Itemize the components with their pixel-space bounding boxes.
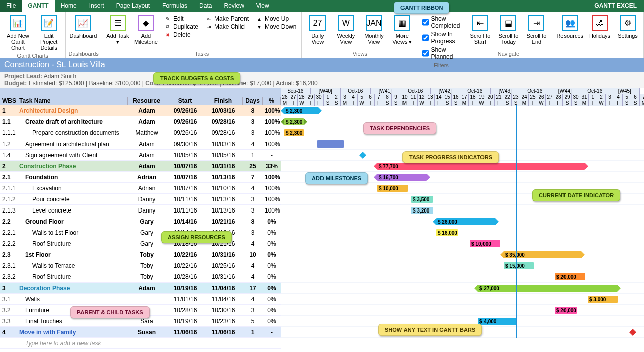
menu-home[interactable]: Home [55, 0, 83, 12]
milestone-diamond[interactable] [359, 152, 366, 159]
cell-task[interactable]: Excavation [17, 184, 128, 192]
col-task[interactable]: Task Name [17, 97, 128, 105]
cell-finish[interactable]: 10/13/16 [204, 195, 243, 203]
move-up-button[interactable]: ▲Move Up [256, 15, 296, 22]
menu-insert[interactable]: Insert [83, 0, 110, 12]
table-row[interactable]: 2.2.2 Roof Structure Gary 10/18/16 10/21… [0, 238, 281, 249]
cell-task[interactable]: Move in with Family [17, 328, 128, 336]
gantt-bar[interactable]: $ 16,700 [377, 174, 427, 181]
scroll-to-today-button[interactable]: ⬓Scroll to Today [496, 14, 521, 46]
add-new-gantt-chart-button[interactable]: 📊Add New Gantt Chart [3, 14, 33, 52]
table-row[interactable]: 1.1 Create draft of architecture Adam 09… [0, 116, 281, 127]
gantt-bar[interactable]: $ 2,300 [284, 107, 318, 114]
cell-resource[interactable]: Adam [128, 140, 166, 148]
cell-start[interactable]: 09/26/16 [166, 107, 204, 115]
add-task-button[interactable]: ☰Add Task ▾ [105, 14, 130, 46]
table-row[interactable]: 2.1 Foundation Adrian 10/07/16 10/13/16 … [0, 172, 281, 183]
cell-finish[interactable]: 10/23/16 [204, 317, 243, 325]
table-row[interactable]: 3.1 Walls 11/01/16 11/04/16 4 0% [0, 294, 281, 305]
cell-finish[interactable]: 11/06/16 [204, 328, 243, 336]
make-parent-button[interactable]: ⇤Make Parent [205, 15, 249, 22]
table-row[interactable]: 2.1.1 Excavation Adrian 10/07/16 10/10/1… [0, 183, 281, 194]
table-row[interactable]: 2.3 1st Floor Toby 10/22/16 10/31/16 10 … [0, 249, 281, 260]
cell-resource[interactable]: Matthew [128, 129, 166, 137]
menu-review[interactable]: Review [218, 0, 250, 12]
col-resource[interactable]: Resource [128, 97, 166, 105]
cell-finish[interactable]: 10/21/16 [204, 218, 243, 226]
new-task-row[interactable]: Type here to add a new task [0, 338, 281, 349]
cell-start[interactable]: 09/26/16 [166, 118, 204, 126]
duplicate-task-button[interactable]: ⧉Duplicate [164, 23, 198, 30]
gantt-chart[interactable]: Sep-16[W40]Oct-16[W41]Oct-16[W42]Oct-16[… [281, 88, 644, 350]
cell-task[interactable]: Prepare construction documents [17, 129, 128, 137]
cell-task[interactable]: Agreement to architectural plan [17, 140, 128, 148]
gantt-bar[interactable]: $ 10,000 [470, 240, 500, 247]
cell-start[interactable]: 10/28/16 [166, 306, 204, 314]
cell-start[interactable]: 10/22/16 [166, 262, 204, 270]
gantt-bar[interactable]: $ 2,300 [284, 118, 304, 125]
cell-finish[interactable]: 10/31/16 [204, 273, 243, 281]
cell-finish[interactable]: 10/30/16 [204, 306, 243, 314]
new-task-placeholder[interactable]: Type here to add a new task [17, 339, 128, 347]
cell-resource[interactable]: Adrian [128, 184, 166, 192]
cell-resource[interactable]: Gary [128, 218, 166, 226]
cell-finish[interactable]: 11/04/16 [204, 284, 243, 292]
cell-task[interactable]: Construction Phase [17, 162, 128, 170]
cell-start[interactable]: 11/06/16 [166, 328, 204, 336]
gantt-bar[interactable]: $ 16,000 [436, 229, 458, 236]
gantt-bar[interactable]: $ 2,300 [284, 129, 304, 136]
cell-resource[interactable]: Danny [128, 195, 166, 203]
cell-resource[interactable]: Adam [128, 118, 166, 126]
cell-resource[interactable]: Toby [128, 251, 166, 259]
cell-task[interactable]: Ground Floor [17, 218, 128, 226]
menu-file[interactable]: File [0, 0, 22, 12]
add-milestone-button[interactable]: ◆Add Milestone [133, 14, 159, 46]
scroll-to-end-button[interactable]: ⇥Scroll to End [524, 14, 549, 46]
milestone-diamond[interactable] [629, 329, 636, 336]
cell-task[interactable]: Walls [17, 295, 128, 303]
gantt-bar[interactable]: $ 4,000 [478, 318, 517, 325]
gantt-bar[interactable] [317, 140, 344, 148]
scroll-to-start-button[interactable]: ⇤Scroll to Start [467, 14, 493, 46]
cell-task[interactable]: Sign agreement with Client [17, 151, 128, 159]
edit-task-button[interactable]: ✎Edit [164, 15, 198, 22]
gantt-bar[interactable]: $ 10,000 [377, 185, 408, 192]
move-down-button[interactable]: ▼Move Down [256, 23, 296, 30]
dashboard-button[interactable]: 📈Dashboard [69, 14, 98, 40]
cell-resource[interactable]: Adam [128, 162, 166, 170]
table-row[interactable]: 2.3.1 Walls to Terrace Toby 10/22/16 10/… [0, 260, 281, 271]
show-planned-checkbox[interactable]: Show Planned [422, 46, 460, 60]
cell-task[interactable]: Foundation [17, 173, 128, 181]
menu-view[interactable]: View [250, 0, 275, 12]
cell-task[interactable]: Pour concrete [17, 195, 128, 203]
table-row[interactable]: 2.2.1 Walls to 1st Floor Gary 10/14/16 1… [0, 227, 281, 238]
cell-start[interactable]: 10/28/16 [166, 273, 204, 281]
table-row[interactable]: 2.2 Ground Floor Gary 10/14/16 10/21/16 … [0, 216, 281, 227]
cell-finish[interactable]: 10/03/16 [204, 107, 243, 115]
table-row[interactable]: 3 Decoration Phase Adam 10/19/16 11/04/1… [0, 283, 281, 294]
table-row[interactable]: 4 Move in with Family Susan 11/06/16 11/… [0, 327, 281, 338]
gantt-bar[interactable]: $ 20,000 [555, 307, 577, 314]
cell-finish[interactable]: 10/10/16 [204, 184, 243, 192]
monthly-view-button[interactable]: JANMonthly View [361, 14, 386, 46]
menu-page-layout[interactable]: Page Layout [110, 0, 156, 12]
gantt-bar[interactable]: $ 3,200 [411, 207, 433, 214]
table-row[interactable]: 1.1.1 Prepare construction documents Mat… [0, 127, 281, 138]
cell-start[interactable]: 10/07/16 [166, 173, 204, 181]
cell-task[interactable]: Level concrete [17, 206, 128, 215]
cell-start[interactable]: 10/05/16 [166, 151, 204, 159]
show-completed-checkbox[interactable]: Show Completed [422, 15, 460, 29]
cell-resource[interactable]: Gary [128, 229, 166, 237]
cell-finish[interactable]: 09/28/16 [204, 118, 243, 126]
cell-task[interactable]: Walls to 1st Floor [17, 229, 128, 237]
cell-start[interactable]: 10/11/16 [166, 206, 204, 215]
cell-resource[interactable]: Toby [128, 262, 166, 270]
weekly-view-button[interactable]: WWeekly View [333, 14, 358, 46]
more-views-button[interactable]: ▦More Views ▾ [389, 14, 415, 46]
cell-task[interactable]: Architectural Design [17, 107, 128, 115]
daily-view-button[interactable]: 27Daily View [305, 14, 330, 46]
cell-start[interactable]: 10/07/16 [166, 162, 204, 170]
cell-finish[interactable]: 10/13/16 [204, 173, 243, 181]
gantt-bar[interactable]: $ 15,000 [504, 262, 534, 269]
cell-finish[interactable]: 10/03/16 [204, 140, 243, 148]
